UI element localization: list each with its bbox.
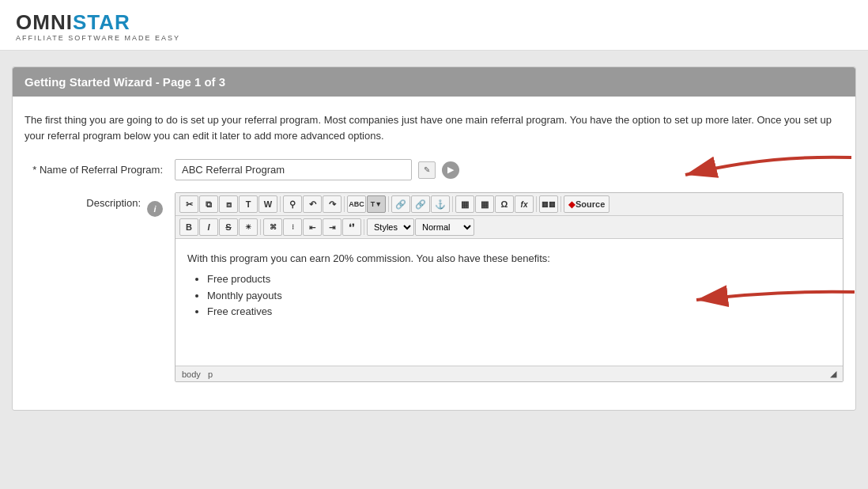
toolbar-ul-btn[interactable]: ⁝ bbox=[283, 218, 302, 236]
editor-wrapper: ✂ ⧉ ⧈ T W ⚲ ↶ ↷ ABC T▼ bbox=[175, 192, 843, 382]
toolbar-paste-btn[interactable]: ⧈ bbox=[219, 195, 238, 213]
toolbar-undo-btn[interactable]: ↶ bbox=[303, 195, 322, 213]
list-item-3: Free creatives bbox=[207, 304, 831, 320]
toolbar-cut-btn[interactable]: ✂ bbox=[179, 195, 198, 213]
editor-control-wrap: ✂ ⧉ ⧈ T W ⚲ ↶ ↷ ABC T▼ bbox=[175, 192, 843, 382]
wizard-title: Getting Started Wizard - Page 1 of 3 bbox=[25, 75, 225, 89]
list-item-1: Free products bbox=[207, 271, 831, 288]
toolbar-row1: ✂ ⧉ ⧈ T W ⚲ ↶ ↷ ABC T▼ bbox=[175, 193, 843, 216]
header: OMNISTAR AFFILIATE SOFTWARE MADE EASY bbox=[0, 0, 868, 51]
body-tag: body bbox=[182, 370, 201, 379]
toolbar-sep1 bbox=[280, 196, 281, 212]
logo-container: OMNISTAR AFFILIATE SOFTWARE MADE EASY bbox=[16, 12, 852, 42]
toolbar-image-btn[interactable]: ☀ bbox=[239, 218, 258, 236]
toolbar-italic-btn[interactable]: I bbox=[199, 218, 218, 236]
toolbar-sep6 bbox=[560, 196, 561, 212]
info-icon[interactable]: i bbox=[147, 201, 163, 217]
source-label: Source bbox=[576, 199, 605, 209]
logo-star: STAR bbox=[73, 10, 130, 34]
toolbar-paste-word-btn[interactable]: W bbox=[259, 195, 277, 213]
p-tag: p bbox=[208, 370, 213, 379]
resize-handle[interactable]: ◢ bbox=[830, 369, 836, 379]
logo: OMNISTAR bbox=[16, 12, 852, 32]
editor-list: Free products Monthly payouts Free creat… bbox=[207, 271, 831, 320]
editor-content-line: With this program you can earn 20% commi… bbox=[187, 252, 550, 264]
editor-paragraph: With this program you can earn 20% commi… bbox=[187, 251, 831, 267]
wizard-panel: Getting Started Wizard - Page 1 of 3 The… bbox=[12, 66, 856, 411]
toolbar-strike-btn[interactable]: S bbox=[219, 218, 238, 236]
name-input-btn1[interactable]: ✎ bbox=[418, 161, 436, 179]
toolbar-find-btn[interactable]: ⚲ bbox=[283, 195, 302, 213]
name-input-container: ✎ ▶ bbox=[175, 159, 843, 180]
name-input-btn2[interactable]: ▶ bbox=[442, 161, 459, 179]
toolbar-spell-btn[interactable]: ABC bbox=[347, 195, 366, 213]
toolbar-row2: B I S ☀ ⌘ ⁝ ⇤ ⇥ ❛❜ bbox=[175, 216, 843, 239]
toolbar-anchor-btn[interactable]: ⚓ bbox=[431, 195, 450, 213]
description-label: Description: i bbox=[25, 192, 175, 217]
name-field-row: * Name of Referral Program: ✎ ▶ bbox=[25, 159, 843, 180]
toolbar-indent-left-btn[interactable]: ⇤ bbox=[303, 218, 322, 236]
toolbar-format-btn[interactable]: T▼ bbox=[367, 195, 386, 213]
toolbar-unlink-btn[interactable]: 🔗 bbox=[411, 195, 430, 213]
toolbar-indent-right-btn[interactable]: ⇥ bbox=[323, 218, 342, 236]
editor-footer-tags: body p bbox=[182, 370, 213, 379]
toolbar-copy-btn[interactable]: ⧉ bbox=[199, 195, 218, 213]
toolbar-ol-btn[interactable]: ⌘ bbox=[263, 218, 282, 236]
list-item-2: Monthly payouts bbox=[207, 288, 831, 305]
name-input[interactable] bbox=[175, 159, 412, 180]
toolbar-table2-btn[interactable]: ▦▦ bbox=[539, 195, 558, 213]
name-label: * Name of Referral Program: bbox=[25, 159, 175, 176]
toolbar-sep3 bbox=[388, 196, 389, 212]
editor-footer: body p ◢ bbox=[175, 366, 843, 381]
toolbar-bold-btn[interactable]: B bbox=[179, 218, 198, 236]
toolbar-table-btn[interactable]: ▦ bbox=[455, 195, 474, 213]
toolbar-align-btn[interactable]: ▦ bbox=[475, 195, 494, 213]
toolbar-link-btn[interactable]: 🔗 bbox=[391, 195, 410, 213]
toolbar-formula-btn[interactable]: fx bbox=[515, 195, 534, 213]
wizard-header: Getting Started Wizard - Page 1 of 3 bbox=[13, 67, 855, 97]
toolbar-special-btn[interactable]: Ω bbox=[495, 195, 514, 213]
wizard-body: The first thing you are going to do is s… bbox=[13, 97, 855, 410]
toolbar-sep5 bbox=[536, 196, 537, 212]
styles-select[interactable]: Styles bbox=[367, 218, 414, 236]
toolbar-source-btn[interactable]: ◆Source bbox=[564, 195, 609, 213]
name-control-wrap: ✎ ▶ bbox=[175, 159, 843, 180]
intro-text: The first thing you are going to do is s… bbox=[25, 112, 843, 143]
page-wrapper: OMNISTAR AFFILIATE SOFTWARE MADE EASY Ge… bbox=[0, 0, 868, 489]
content-area: Getting Started Wizard - Page 1 of 3 The… bbox=[0, 51, 868, 426]
description-label-text: Description: bbox=[86, 197, 141, 209]
toolbar-redo-btn[interactable]: ↷ bbox=[323, 195, 342, 213]
toolbar-paste-text-btn[interactable]: T bbox=[239, 195, 258, 213]
toolbar-sep4 bbox=[452, 196, 453, 212]
toolbar-quote-btn[interactable]: ❛❜ bbox=[342, 218, 361, 236]
format-select[interactable]: Normal bbox=[415, 218, 474, 236]
description-field-row: Description: i ✂ ⧉ ⧈ T W bbox=[25, 192, 843, 382]
editor-content[interactable]: With this program you can earn 20% commi… bbox=[175, 239, 843, 366]
logo-omni: OMNI bbox=[16, 10, 73, 34]
toolbar-sep2 bbox=[344, 196, 345, 212]
toolbar-sep7 bbox=[260, 219, 261, 235]
logo-tagline: AFFILIATE SOFTWARE MADE EASY bbox=[16, 34, 852, 42]
toolbar-sep8 bbox=[364, 219, 364, 235]
